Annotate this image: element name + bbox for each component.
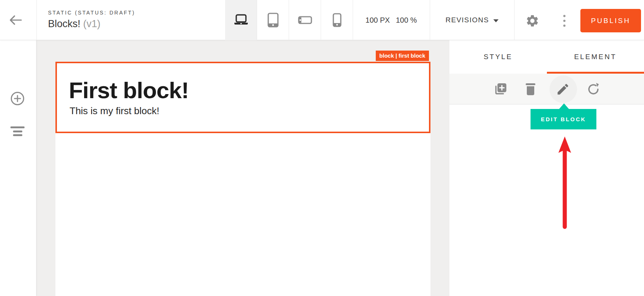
inspector-tabs: STYLE ELEMENT <box>449 40 644 74</box>
settings-button[interactable] <box>525 13 540 28</box>
revisions-dropdown[interactable]: REVISIONS <box>430 0 514 40</box>
page-title-group: STATIC (STATUS: DRAFT) Blocks! (v1) <box>48 10 135 30</box>
chevron-down-icon <box>493 19 499 22</box>
page-title-text: Blocks! <box>48 18 80 29</box>
publish-button[interactable]: PUBLISH <box>580 9 641 32</box>
selected-block[interactable]: First block! This is my first block! <box>55 62 430 133</box>
block-heading: First block! <box>69 78 429 102</box>
outline-button[interactable] <box>10 123 25 138</box>
gear-icon <box>525 14 540 28</box>
more-options-button[interactable] <box>559 13 570 28</box>
left-sidebar <box>0 40 36 296</box>
tablet-icon <box>267 13 279 28</box>
tab-style[interactable]: STYLE <box>449 40 547 74</box>
zoom-readout: 100 PX 100 % <box>353 0 430 40</box>
laptop-icon <box>233 14 249 26</box>
duplicate-block-button[interactable] <box>493 82 508 97</box>
edit-block-tooltip-label: EDIT BLOCK <box>541 116 586 122</box>
refresh-block-button[interactable] <box>586 82 601 97</box>
mobile-landscape-icon <box>298 16 312 24</box>
tab-element[interactable]: ELEMENT <box>547 40 644 74</box>
block-subtext: This is my first block! <box>70 105 429 117</box>
delete-block-button[interactable] <box>524 82 539 97</box>
back-arrow-icon <box>9 15 27 26</box>
add-element-button[interactable] <box>10 91 25 106</box>
device-preview-group <box>225 0 353 40</box>
edit-block-button[interactable] <box>556 82 571 97</box>
plus-circle-icon <box>10 91 25 106</box>
duplicate-icon <box>493 82 508 96</box>
page-surface: First block! This is my first block! <box>55 62 430 296</box>
block-selection-tag: block | first block <box>376 51 429 61</box>
element-toolbar <box>449 74 644 104</box>
back-button[interactable] <box>9 13 27 28</box>
kebab-icon <box>563 15 565 17</box>
trash-icon <box>524 82 539 96</box>
pencil-icon <box>556 82 571 96</box>
zoom-percent-value: 100 % <box>396 16 417 25</box>
align-center-icon <box>10 124 25 138</box>
desktop-preview-button[interactable] <box>225 0 257 40</box>
refresh-icon <box>586 82 601 96</box>
edit-block-tooltip: EDIT BLOCK <box>531 109 596 129</box>
inspector-panel: STYLE ELEMENT <box>449 40 644 296</box>
app-root: STATIC (STATUS: DRAFT) Blocks! (v1) <box>0 0 644 296</box>
page-title: Blocks! (v1) <box>48 18 135 30</box>
editor-canvas: First block! This is my first block! blo… <box>36 40 449 296</box>
annotation-arrow-icon <box>558 136 571 230</box>
divider <box>36 0 37 40</box>
mobile-landscape-preview-button[interactable] <box>289 0 321 40</box>
divider <box>514 0 515 40</box>
tablet-preview-button[interactable] <box>257 0 289 40</box>
status-label: STATIC (STATUS: DRAFT) <box>48 10 135 16</box>
revisions-label: REVISIONS <box>446 16 489 24</box>
topbar: STATIC (STATUS: DRAFT) Blocks! (v1) <box>0 0 644 40</box>
page-version: (v1) <box>83 18 101 29</box>
mobile-icon <box>333 13 342 27</box>
mobile-preview-button[interactable] <box>321 0 353 40</box>
zoom-px-value: 100 PX <box>365 16 390 25</box>
